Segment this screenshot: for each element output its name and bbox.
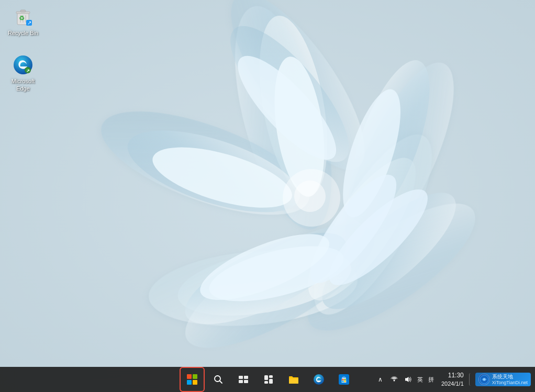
volume-icon-button[interactable] <box>402 373 414 386</box>
taskbar-edge-icon <box>313 374 325 385</box>
win-logo-red <box>187 374 192 379</box>
svg-rect-55 <box>344 381 346 383</box>
svg-point-40 <box>215 376 220 382</box>
language-label: 英 <box>417 376 423 383</box>
clock-date: 2024/1/1 <box>441 380 464 388</box>
edge-label: Microsoft Edge <box>6 77 40 93</box>
start-button-wrapper <box>180 367 205 392</box>
show-desktop-button[interactable] <box>469 373 472 386</box>
svg-rect-48 <box>264 381 268 384</box>
clock-button[interactable]: 11:30 2024/1/1 <box>437 370 468 389</box>
system-tray: ∧ 英 拼 11:30 <box>374 367 535 392</box>
ime-label: 拼 <box>428 376 434 383</box>
svg-rect-45 <box>244 380 248 383</box>
svg-rect-46 <box>264 375 268 380</box>
svg-rect-47 <box>269 375 273 378</box>
svg-rect-54 <box>342 381 344 383</box>
network-icon-button[interactable] <box>388 373 400 386</box>
file-explorer-button[interactable] <box>282 368 305 391</box>
svg-point-50 <box>314 374 324 385</box>
xitong-name: 系统天地 <box>492 374 528 380</box>
svg-text:↗: ↗ <box>26 69 30 73</box>
xitong-url: XiTongTianDi.net <box>492 380 528 386</box>
xitong-logo <box>478 374 490 385</box>
windows-logo <box>187 374 197 385</box>
task-view-button[interactable] <box>232 368 255 391</box>
svg-point-27 <box>294 181 326 212</box>
svg-rect-42 <box>239 376 243 379</box>
recycle-bin-image: ♻ ↗ <box>13 6 34 27</box>
recycle-bin-icon[interactable]: ♻ ↗ Recycle Bin <box>4 4 42 39</box>
taskbar-edge-button[interactable] <box>307 368 330 391</box>
microsoft-edge-icon[interactable]: ↗ Microsoft Edge <box>4 52 42 95</box>
win-logo-yellow <box>193 380 197 385</box>
ime-button[interactable]: 拼 <box>426 375 436 385</box>
task-view-icon <box>238 374 249 385</box>
win-logo-blue <box>187 380 192 385</box>
svg-line-41 <box>220 381 222 383</box>
search-button[interactable] <box>207 368 230 391</box>
chevron-up-icon: ∧ <box>378 376 383 383</box>
xitong-badge[interactable]: 系统天地 XiTongTianDi.net <box>475 373 531 387</box>
store-button[interactable] <box>332 368 355 391</box>
svg-point-58 <box>483 378 485 380</box>
file-explorer-icon <box>288 374 299 385</box>
store-icon <box>338 374 350 385</box>
svg-rect-43 <box>244 376 248 379</box>
edge-image: ↗ <box>13 54 34 75</box>
svg-rect-44 <box>239 380 243 383</box>
desktop: ♻ ↗ Recycle Bin <box>0 0 535 392</box>
taskbar-center <box>180 367 355 392</box>
clock-time: 11:30 <box>448 371 464 380</box>
network-icon <box>390 375 398 384</box>
taskbar: ∧ 英 拼 11:30 <box>0 367 535 392</box>
start-button[interactable] <box>182 369 203 390</box>
svg-rect-30 <box>20 10 26 12</box>
language-button[interactable]: 英 <box>415 375 425 385</box>
volume-icon <box>404 375 412 384</box>
svg-rect-53 <box>344 379 346 380</box>
win-logo-green <box>193 374 197 379</box>
svg-rect-52 <box>342 379 344 380</box>
svg-rect-49 <box>269 379 273 384</box>
xitong-label: 系统天地 XiTongTianDi.net <box>492 374 528 386</box>
widgets-icon <box>263 374 274 385</box>
wallpaper <box>0 0 535 392</box>
svg-text:♻: ♻ <box>19 15 25 22</box>
tray-overflow-button[interactable]: ∧ <box>374 373 387 386</box>
widgets-button[interactable] <box>257 368 280 391</box>
svg-point-56 <box>393 380 395 382</box>
search-icon <box>213 374 224 385</box>
svg-text:↗: ↗ <box>27 20 31 26</box>
recycle-bin-label: Recycle Bin <box>8 29 38 37</box>
